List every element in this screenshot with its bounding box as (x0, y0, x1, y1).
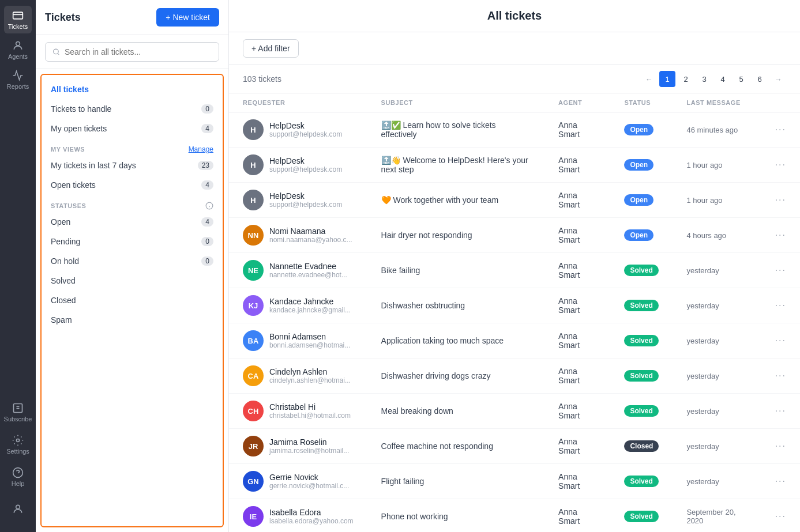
nav-status-solved[interactable]: Solved (42, 271, 223, 290)
more-options-button[interactable]: ··· (775, 230, 786, 240)
avatar: IE (243, 506, 264, 527)
main-toolbar: + Add filter (229, 32, 800, 65)
tickets-list: REQUESTER SUBJECT AGENT STATUS LAST MESS… (229, 93, 800, 532)
more-options-button[interactable]: ··· (775, 265, 786, 275)
pagination-page-4[interactable]: 4 (715, 71, 731, 87)
sidebar-item-tickets[interactable]: Tickets (4, 6, 32, 33)
nav-status-on-hold[interactable]: On hold 0 (42, 251, 223, 271)
sidebar-item-profile[interactable] (4, 495, 32, 523)
subject-text: Phone not working (381, 512, 448, 521)
table-row[interactable]: CH Christabel Hi christabel.hi@hotmail.c… (229, 394, 800, 429)
info-icon (205, 202, 213, 210)
table-row[interactable]: NE Nannette Evadnee nannette.evadnee@hot… (229, 253, 800, 288)
nav-tickets-to-handle-badge: 0 (201, 104, 213, 114)
requester-cell: NE Nannette Evadnee nannette.evadnee@hot… (243, 260, 354, 281)
subject-text: Bike failing (381, 266, 420, 275)
table-row[interactable]: CA Cindelyn Ashlen cindelyn.ashlen@hotma… (229, 359, 800, 394)
agent-name: Anna Smart (544, 323, 610, 359)
nav-status-spam[interactable]: Spam (42, 310, 223, 330)
reports-nav-label: Reports (7, 83, 29, 90)
avatar: H (243, 119, 264, 140)
svg-point-9 (54, 49, 59, 54)
more-options-button[interactable]: ··· (775, 195, 786, 205)
requester-email: cindelyn.ashlen@hotmai... (269, 376, 351, 384)
sidebar-item-reports[interactable]: Reports (4, 66, 32, 93)
table-row[interactable]: GN Gerrie Novick gerrie.novick@hotmail.c… (229, 464, 800, 499)
nav-tickets-to-handle[interactable]: Tickets to handle 0 (42, 99, 223, 119)
more-options-button[interactable]: ··· (775, 406, 786, 416)
sidebar-title: Tickets (45, 12, 81, 24)
requester-email: isabella.edora@yahoo.com (269, 517, 354, 525)
requester-name: HelpDesk (269, 121, 342, 130)
table-row[interactable]: H HelpDesk support@helpdesk.com 🧡 Work t… (229, 183, 800, 218)
more-options-button[interactable]: ··· (775, 371, 786, 380)
table-row[interactable]: H HelpDesk support@helpdesk.com 🔝👋 Welco… (229, 148, 800, 183)
pagination-page-2[interactable]: 2 (678, 71, 694, 87)
requester-name: Jamima Roselin (269, 437, 349, 447)
requester-name: Nomi Naamana (269, 227, 352, 236)
nav-all-tickets[interactable]: All tickets (42, 80, 223, 99)
requester-email: gerrie.novick@hotmail.c... (269, 482, 349, 490)
nav-my-open-tickets[interactable]: My open tickets 4 (42, 119, 223, 138)
last-message: 46 minutes ago (673, 112, 761, 148)
more-options-button[interactable]: ··· (775, 124, 786, 134)
sidebar-item-agents[interactable]: Agents (4, 36, 32, 63)
more-options-button[interactable]: ··· (775, 300, 786, 310)
sidebar-item-subscribe[interactable]: Subscribe (4, 398, 32, 426)
nav-status-pending[interactable]: Pending 0 (42, 232, 223, 251)
pagination-next[interactable]: → (770, 71, 786, 87)
more-options-button[interactable]: ··· (775, 160, 786, 169)
my-views-section-title: MY VIEWS Manage (42, 138, 223, 156)
requester-email: support@helpdesk.com (269, 130, 342, 138)
nav-my-open-tickets-badge: 4 (201, 124, 213, 133)
pagination-page-3[interactable]: 3 (696, 71, 712, 87)
pagination-prev[interactable]: ← (641, 71, 657, 87)
last-message: yesterday (673, 429, 761, 464)
table-row[interactable]: H HelpDesk support@helpdesk.com 🔝✅ Learn… (229, 112, 800, 148)
status-badge: Solved (624, 476, 658, 487)
requester-name: Nannette Evadnee (269, 262, 347, 271)
manage-link[interactable]: Manage (189, 145, 213, 153)
subject-text: 🔝✅ Learn how to solve tickets effectivel… (381, 120, 496, 139)
status-badge: Open (624, 194, 653, 206)
pagination-page-1[interactable]: 1 (659, 71, 675, 87)
nav-status-closed[interactable]: Closed (42, 290, 223, 310)
subscribe-nav-label: Subscribe (4, 416, 32, 422)
table-row[interactable]: IE Isabella Edora isabella.edora@yahoo.c… (229, 499, 800, 533)
search-input-wrap[interactable] (45, 42, 219, 62)
last-message: yesterday (673, 288, 761, 323)
table-row[interactable]: KJ Kandace Jahncke kandace.jahncke@gmail… (229, 288, 800, 323)
nav-status-pending-badge: 0 (201, 237, 213, 246)
pagination-page-6[interactable]: 6 (752, 71, 768, 87)
nav-open-tickets[interactable]: Open tickets 4 (42, 175, 223, 195)
add-filter-button[interactable]: + Add filter (243, 39, 299, 58)
svg-line-10 (58, 54, 59, 55)
nav-status-open[interactable]: Open 4 (42, 212, 223, 232)
last-message: September 20, 2020 (673, 499, 761, 533)
table-row[interactable]: NN Nomi Naamana nomi.naamana@yahoo.c... … (229, 218, 800, 253)
nav-my-tickets-last-7[interactable]: My tickets in last 7 days 23 (42, 156, 223, 175)
ticket-count: 103 tickets (243, 74, 281, 84)
main-title: All tickets (229, 0, 800, 32)
status-badge: Solved (624, 265, 658, 276)
sidebar-item-help[interactable]: Help (4, 463, 32, 491)
search-input[interactable] (65, 47, 212, 56)
avatar: BA (243, 330, 264, 351)
pagination-page-5[interactable]: 5 (733, 71, 749, 87)
status-badge: Closed (624, 440, 659, 452)
svg-point-1 (16, 41, 20, 46)
sidebar-item-settings[interactable]: Settings (4, 431, 32, 458)
more-options-button[interactable]: ··· (775, 511, 786, 521)
more-options-button[interactable]: ··· (775, 335, 786, 345)
last-message: 4 hours ago (673, 218, 761, 253)
new-ticket-button[interactable]: + New ticket (156, 8, 219, 27)
requester-name: Bonni Adamsen (269, 332, 350, 341)
requester-email: nannette.evadnee@hot... (269, 271, 347, 279)
table-row[interactable]: BA Bonni Adamsen bonni.adamsen@hotmai...… (229, 323, 800, 359)
last-message: yesterday (673, 394, 761, 429)
nav-my-tickets-last-7-label: My tickets in last 7 days (51, 161, 136, 170)
more-options-button[interactable]: ··· (775, 441, 786, 451)
table-row[interactable]: JR Jamima Roselin jamima.roselin@hotmail… (229, 429, 800, 464)
more-options-button[interactable]: ··· (775, 476, 786, 486)
requester-name: Cindelyn Ashlen (269, 367, 351, 376)
